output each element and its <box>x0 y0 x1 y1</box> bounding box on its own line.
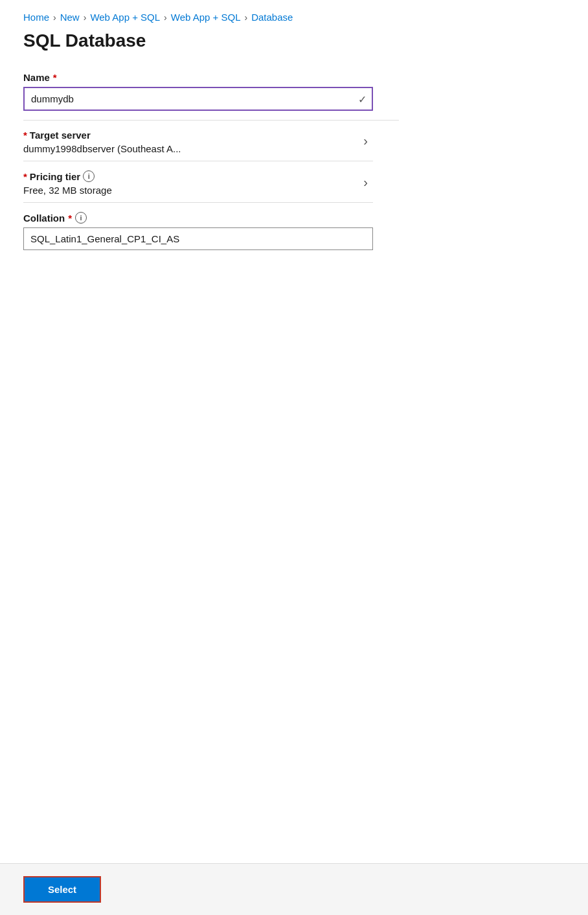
pricing-tier-label: Pricing tier <box>30 171 80 182</box>
breadcrumb-sep-1: › <box>53 12 56 23</box>
pricing-tier-label-row: * Pricing tier i <box>23 170 373 182</box>
page-container: Home › New › Web App + SQL › Web App + S… <box>0 0 588 915</box>
breadcrumb-webapp-sql-1[interactable]: Web App + SQL <box>90 12 160 23</box>
breadcrumb-home[interactable]: Home <box>23 12 49 23</box>
breadcrumb-new[interactable]: New <box>60 12 80 23</box>
breadcrumb-sep-4: › <box>244 12 247 23</box>
collation-info-icon[interactable]: i <box>75 212 87 224</box>
collation-required-star: * <box>68 213 72 224</box>
target-server-required-star: * <box>23 130 27 141</box>
pricing-tier-row[interactable]: * Pricing tier i Free, 32 MB storage › <box>23 161 373 203</box>
pricing-tier-info-icon[interactable]: i <box>83 170 95 182</box>
target-server-label: Target server <box>30 130 91 141</box>
pricing-tier-required-star: * <box>23 171 27 182</box>
collation-section: Collation * i <box>23 212 399 250</box>
form-section: Name * ✓ * Target server dummy1998dbserv… <box>23 72 399 250</box>
name-required-star: * <box>53 72 57 83</box>
target-server-label-row: * Target server <box>23 130 373 141</box>
name-label: Name <box>23 72 50 83</box>
name-section: Name * ✓ <box>23 72 399 121</box>
footer: Select <box>0 863 588 915</box>
breadcrumb-database[interactable]: Database <box>251 12 293 23</box>
name-input[interactable] <box>23 87 373 111</box>
name-check-icon: ✓ <box>358 93 367 105</box>
name-label-row: Name * <box>23 72 399 83</box>
breadcrumb: Home › New › Web App + SQL › Web App + S… <box>23 12 565 23</box>
main-content: Home › New › Web App + SQL › Web App + S… <box>0 0 588 915</box>
target-server-row[interactable]: * Target server dummy1998dbserver (South… <box>23 121 373 161</box>
page-title: SQL Database <box>23 30 565 51</box>
collation-input[interactable] <box>23 227 373 250</box>
breadcrumb-sep-2: › <box>84 12 87 23</box>
breadcrumb-webapp-sql-2[interactable]: Web App + SQL <box>171 12 241 23</box>
pricing-tier-value: Free, 32 MB storage <box>23 185 373 196</box>
target-server-chevron-icon: › <box>363 133 368 148</box>
collation-label: Collation <box>23 213 65 224</box>
select-button[interactable]: Select <box>23 876 101 903</box>
name-input-wrapper: ✓ <box>23 87 373 111</box>
pricing-tier-chevron-icon: › <box>363 174 368 189</box>
breadcrumb-sep-3: › <box>164 12 167 23</box>
collation-label-row: Collation * i <box>23 212 399 224</box>
target-server-value: dummy1998dbserver (Southeast A... <box>23 143 373 154</box>
